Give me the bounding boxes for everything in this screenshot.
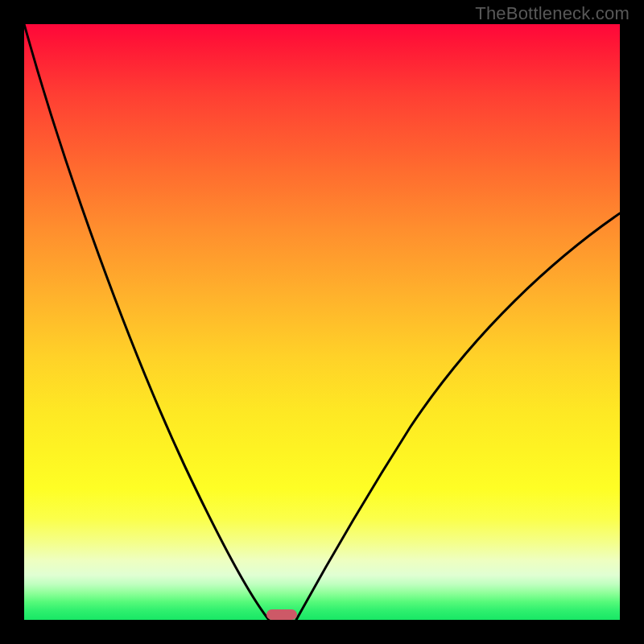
curve-left-branch <box>24 24 269 620</box>
curve-right-branch <box>296 213 620 620</box>
plot-area <box>24 24 620 620</box>
bottom-pill-marker <box>266 609 297 620</box>
curve-layer <box>24 24 620 620</box>
watermark-text: TheBottleneck.com <box>475 3 630 24</box>
